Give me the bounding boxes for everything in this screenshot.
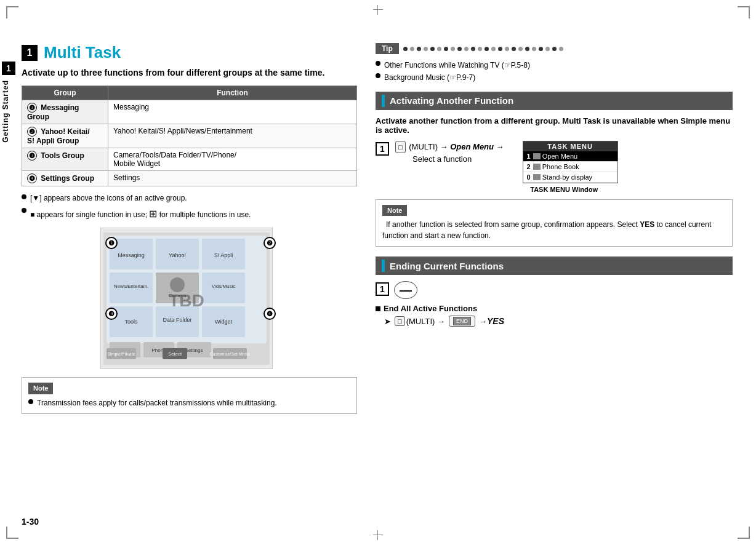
step-arrow-2: → xyxy=(496,142,504,151)
corner-mark-tr xyxy=(738,6,750,18)
bullet-item-2: ■ appears for single function in use; ⊞ … xyxy=(22,206,357,222)
group-label-4: Settings Group xyxy=(41,174,94,183)
ending-step-row: 1 — xyxy=(376,281,733,299)
task-menu-icon-2 xyxy=(533,164,541,170)
subtitle: Activate up to three functions from four… xyxy=(22,67,357,79)
corner-mark-br xyxy=(738,527,750,539)
step-prefix: (MULTI) → xyxy=(409,142,448,151)
tip-dot xyxy=(512,47,516,51)
activating-note-box: Note If another function is selected fro… xyxy=(376,199,733,247)
end-key-inner: END xyxy=(453,317,471,325)
step-1-container: 1 □ (MULTI) → Open Menu → Select a funct… xyxy=(376,141,733,193)
tip-dot xyxy=(457,47,462,51)
tip-bullet-1: Other Functions while Watching TV (☞P.5-… xyxy=(376,59,733,71)
tip-dot xyxy=(464,47,468,51)
note-label: Note xyxy=(28,383,53,394)
tip-dots-row xyxy=(402,47,733,51)
tip-content: Other Functions while Watching TV (☞P.5-… xyxy=(376,59,733,84)
group-number-4: ❹ xyxy=(27,173,37,183)
tip-text-2: Background Music (☞P.9-7) xyxy=(384,71,475,84)
ending-header-text: Ending Current Functions xyxy=(390,261,504,271)
bullet-dot-1 xyxy=(22,194,26,199)
tip-dot xyxy=(552,47,557,51)
activating-section: Activating Another Function Activate ano… xyxy=(376,92,733,247)
bullet-notes: [▼] appears above the icons of an active… xyxy=(22,193,357,222)
tip-bullet-2: Background Music (☞P.9-7) xyxy=(376,71,733,84)
task-menu-item-num-2: 2 xyxy=(527,163,531,170)
group-number-2: ❷ xyxy=(27,127,37,137)
cross-mark-top xyxy=(373,5,383,15)
tip-dot xyxy=(424,47,428,51)
step-row-1: 1 □ (MULTI) → Open Menu → Select a funct… xyxy=(376,141,504,165)
tip-dot xyxy=(410,47,414,51)
end-formula: ➤ □ (MULTI) → END → YES xyxy=(376,316,733,327)
svg-text:TBD: TBD xyxy=(169,291,204,310)
svg-text:S! Appli: S! Appli xyxy=(214,252,233,258)
tip-dot xyxy=(471,47,475,51)
task-menu-icon-3 xyxy=(533,174,541,180)
end-call-icon: — xyxy=(394,281,417,299)
table-cell-group-1: ❶ Messaging Group xyxy=(22,100,108,124)
group-number-3: ❸ xyxy=(27,151,37,161)
end-key-outer: END xyxy=(449,316,475,327)
activating-description: Activate another function from a differe… xyxy=(376,116,733,135)
tip-section: Tip xyxy=(376,43,733,84)
tip-dot xyxy=(444,47,448,51)
formula-gt: ➤ xyxy=(384,317,391,326)
tip-dot xyxy=(485,47,489,51)
bullet-item-1: [▼] appears above the icons of an active… xyxy=(22,193,357,204)
circle-num-4: ❹ xyxy=(263,308,276,320)
note-box: Note Transmission fees apply for calls/p… xyxy=(22,377,357,414)
svg-text:Widget: Widget xyxy=(214,319,232,325)
tip-bullet-dot-2 xyxy=(376,73,380,78)
step-number-1: 1 xyxy=(376,142,389,156)
tip-bullet-dot-1 xyxy=(376,61,380,66)
formula-yes: YES xyxy=(487,316,504,326)
tip-dot xyxy=(559,47,563,51)
formula-bracket-key: END xyxy=(448,316,477,327)
svg-text:Simple/Private: Simple/Private xyxy=(107,352,135,357)
phone-image-area: Messaging Yahoo! S! Appli News/Entertain… xyxy=(22,228,357,372)
ending-step-number: 1 xyxy=(376,282,389,296)
end-all-label: End All Active Functions xyxy=(376,304,733,313)
tip-dot xyxy=(505,47,509,51)
left-content: 1 Multi Task Activate up to three functi… xyxy=(22,43,363,414)
task-menu-window-container: TASK MENU 1 Open Menu 2 Phone Book 0 xyxy=(510,141,618,193)
tip-dot xyxy=(498,47,502,51)
phone-image-placeholder: Messaging Yahoo! S! Appli News/Entertain… xyxy=(100,228,273,369)
step-select-text: Select a function xyxy=(412,154,472,164)
task-menu-item-num-1: 1 xyxy=(527,153,531,160)
bullet-text-2: ■ appears for single function in use; ⊞ … xyxy=(30,206,251,222)
task-menu-item-1: 1 Open Menu xyxy=(523,151,617,162)
step-content-1: □ (MULTI) → Open Menu → Select a functio… xyxy=(394,141,504,165)
ending-section: Ending Current Functions 1 — End All Act… xyxy=(376,257,733,327)
tip-dot xyxy=(478,47,482,51)
task-menu-label-1: Open Menu xyxy=(542,153,577,160)
task-menu-item-2: 2 Phone Book xyxy=(523,162,617,172)
step-1-text: 1 □ (MULTI) → Open Menu → Select a funct… xyxy=(376,141,504,170)
phone-screen-svg: Messaging Yahoo! S! Appli News/Entertain… xyxy=(103,233,270,365)
svg-text:Tools: Tools xyxy=(124,319,138,325)
table-header-function: Function xyxy=(108,86,357,100)
tip-dot xyxy=(545,47,550,51)
tip-label: Tip xyxy=(376,43,399,54)
svg-text:Vids/Music: Vids/Music xyxy=(211,284,235,289)
table-cell-func-4: Settings xyxy=(108,170,357,186)
bullet-dot-2 xyxy=(22,208,26,213)
section-title-row: 1 Multi Task xyxy=(22,43,357,62)
tip-dot xyxy=(430,47,435,51)
svg-text:News/Entertain.: News/Entertain. xyxy=(113,284,148,289)
svg-text:Messaging: Messaging xyxy=(118,252,145,258)
side-tab-text: Getting Started xyxy=(1,80,10,143)
tip-dot xyxy=(518,47,523,51)
bullet-text-1: [▼] appears above the icons of an active… xyxy=(30,193,187,204)
table-cell-group-2: ❷ Yahoo! Keitai/S! Appli Group xyxy=(22,124,108,148)
page-number: 1-30 xyxy=(22,517,39,527)
section-header-bar xyxy=(382,95,385,107)
formula-prefix: (MULTI) → xyxy=(406,317,445,326)
task-menu-item-num-3: 0 xyxy=(527,173,531,181)
note-content: Transmission fees apply for calls/packet… xyxy=(28,397,350,408)
svg-text:Select: Select xyxy=(167,351,182,357)
activating-note-text: If another function is selected from sam… xyxy=(382,220,711,240)
multi-key: □ xyxy=(395,141,406,154)
